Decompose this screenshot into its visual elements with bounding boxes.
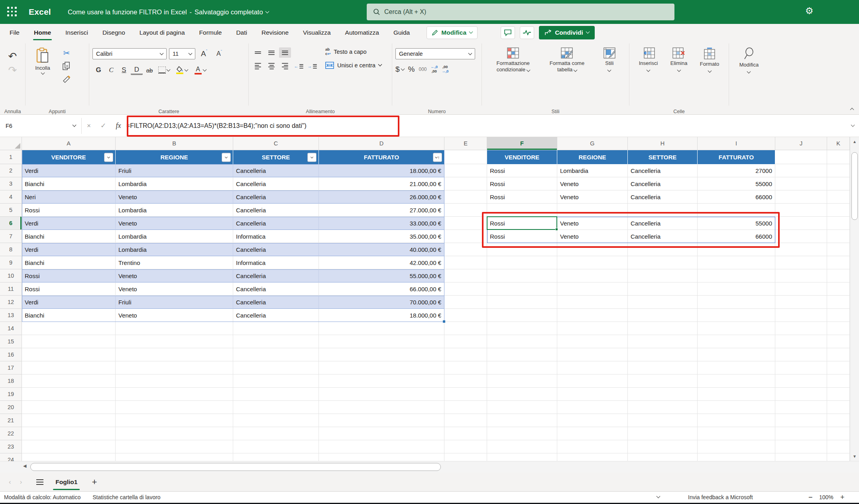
activity-button[interactable] [520,26,534,39]
incolla-paste-button[interactable]: Incolla [29,45,57,83]
cell-A17[interactable] [22,361,116,375]
cell-G7[interactable]: Veneto [557,230,628,243]
cell-C21[interactable] [233,414,319,427]
cell-D7[interactable]: 35.000,00 € [319,230,444,243]
cell-B2[interactable]: Friuli [116,164,233,177]
cell-G6[interactable]: Veneto [557,217,628,230]
cell-J22[interactable] [775,427,827,440]
cell-I17[interactable] [698,361,775,375]
cell-E11[interactable] [444,282,487,296]
row-header-1[interactable]: 1 [0,150,22,164]
cell-C2[interactable]: Cancelleria [233,164,319,177]
cell-B21[interactable] [116,414,233,427]
percent-format-button[interactable]: % [408,65,415,74]
borders-button[interactable] [156,65,172,76]
cell-I3[interactable]: 55000 [698,177,775,190]
cell-G3[interactable]: Veneto [557,177,628,190]
cell-B6[interactable]: Veneto [116,217,233,230]
cell-H24[interactable] [628,453,698,461]
cell-A4[interactable]: Neri [22,190,116,204]
horizontal-scrollbar-thumb[interactable] [30,463,441,471]
cell-J23[interactable] [775,440,827,453]
cell-E17[interactable] [444,361,487,375]
cell-I20[interactable] [698,401,775,414]
column-header-B[interactable]: B [116,137,233,150]
cell-A8[interactable]: Verdi [22,243,116,256]
cell-G16[interactable] [557,348,628,361]
cell-H20[interactable] [628,401,698,414]
font-size-select[interactable]: 11 [169,48,195,59]
cell-H22[interactable] [628,427,698,440]
cell-D12[interactable]: 70.000,00 € [319,296,444,309]
name-box[interactable]: F6 [0,118,82,134]
cell-I18[interactable] [698,375,775,388]
cell-D24[interactable] [319,453,444,461]
cell-H18[interactable] [628,375,698,388]
cell-A10[interactable]: Rossi [22,269,116,282]
cell-B10[interactable]: Veneto [116,269,233,282]
cell-D21[interactable] [319,414,444,427]
cell-J13[interactable] [775,309,827,322]
cell-D13[interactable]: 18.000,00 € [319,309,444,322]
cell-K10[interactable] [827,269,850,282]
strikethrough-button[interactable]: ab [143,65,155,76]
cell-E15[interactable] [444,335,487,348]
cell-G18[interactable] [557,375,628,388]
scroll-left-icon[interactable]: ◀ [23,463,26,469]
row-header-4[interactable]: 4 [0,190,22,204]
tab-disegno[interactable]: Disegno [101,24,127,41]
cell-G17[interactable] [557,361,628,375]
cell-E20[interactable] [444,401,487,414]
cell-G4[interactable]: Veneto [557,190,628,204]
cell-B4[interactable]: Veneto [116,190,233,204]
next-sheet-button[interactable]: › [20,478,22,486]
cell-C8[interactable]: Cancelleria [233,243,319,256]
cell-F22[interactable] [487,427,557,440]
cell-A21[interactable] [22,414,116,427]
cell-F19[interactable] [487,388,557,401]
cell-I22[interactable] [698,427,775,440]
row-header-16[interactable]: 16 [0,348,22,361]
number-format-select[interactable]: Generale [395,48,475,59]
thousands-format-button[interactable]: 000 [419,67,427,72]
row-header-23[interactable]: 23 [0,440,22,453]
row-header-9[interactable]: 9 [0,256,22,269]
cell-B13[interactable]: Veneto [116,309,233,322]
cell-K14[interactable] [827,322,850,335]
collapse-ribbon-button[interactable] [850,108,854,112]
cell-A22[interactable] [22,427,116,440]
cell-I9[interactable] [698,256,775,269]
cell-C24[interactable] [233,453,319,461]
cell-A20[interactable] [22,401,116,414]
cell-A5[interactable]: Rossi [22,204,116,217]
cell-B18[interactable] [116,375,233,388]
copy-button[interactable] [62,62,71,71]
cell-D17[interactable] [319,361,444,375]
tab-revisione[interactable]: Revisione [260,24,290,41]
cell-D6[interactable]: 33.000,00 € [319,217,444,230]
cell-G12[interactable] [557,296,628,309]
tab-home[interactable]: Home [32,24,53,41]
align-right-button[interactable] [279,61,291,71]
cell-C13[interactable]: Cancelleria [233,309,319,322]
cell-D22[interactable] [319,427,444,440]
cell-I24[interactable] [698,453,775,461]
align-top-button[interactable] [252,47,264,58]
vertical-scrollbar-thumb[interactable] [851,152,858,220]
cancel-entry-button[interactable]: × [82,122,96,130]
cell-F15[interactable] [487,335,557,348]
cell-I14[interactable] [698,322,775,335]
cell-J2[interactable] [775,164,827,177]
row-header-15[interactable]: 15 [0,335,22,348]
cell-I19[interactable] [698,388,775,401]
cell-C19[interactable] [233,388,319,401]
align-bottom-button[interactable] [279,47,291,58]
cell-G5[interactable] [557,204,628,217]
cell-K21[interactable] [827,414,850,427]
cell-A2[interactable]: Verdi [22,164,116,177]
cell-J21[interactable] [775,414,827,427]
status-chevron-down-icon[interactable] [657,494,660,498]
cell-C9[interactable]: Informatica [233,256,319,269]
cell-G20[interactable] [557,401,628,414]
cell-D8[interactable]: 40.000,00 € [319,243,444,256]
